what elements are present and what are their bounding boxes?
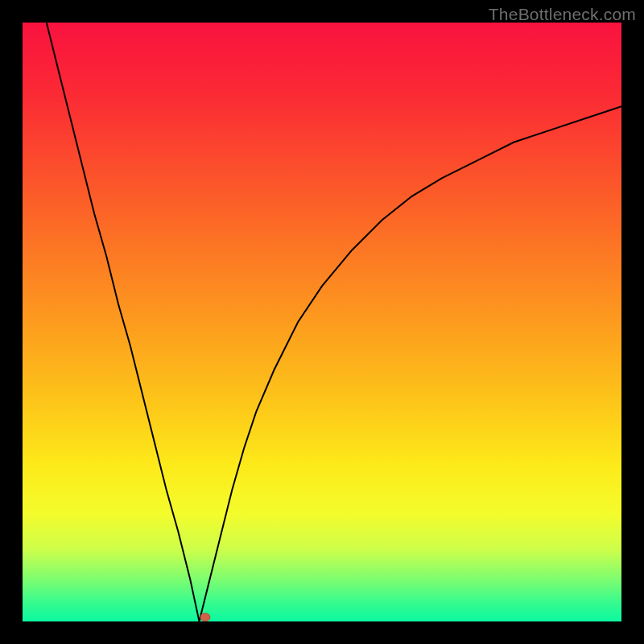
watermark-text: TheBottleneck.com xyxy=(489,5,636,24)
minimum-marker xyxy=(200,613,210,621)
gradient-background xyxy=(23,23,621,621)
plot-area xyxy=(23,23,621,621)
chart-svg xyxy=(23,23,621,621)
outer-frame: TheBottleneck.com xyxy=(0,0,644,644)
